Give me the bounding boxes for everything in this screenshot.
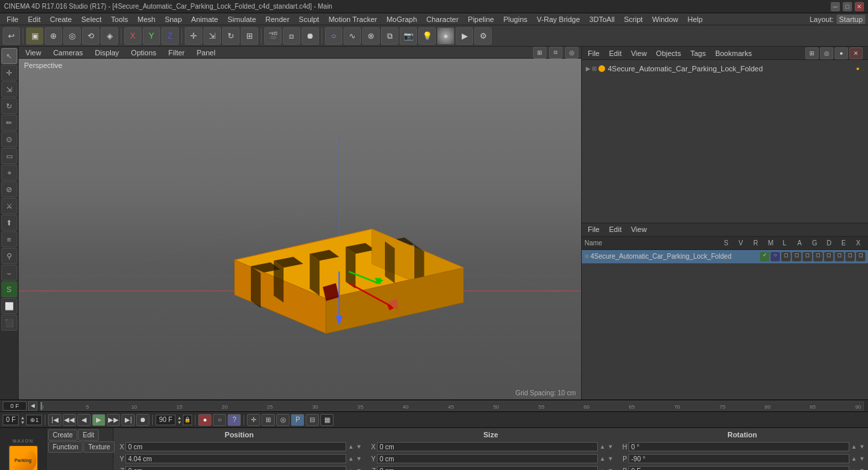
rotation-h-up[interactable]: ▲ <box>851 443 857 450</box>
viewport-view-menu[interactable]: View <box>21 48 45 57</box>
size-z-input[interactable] <box>377 466 598 470</box>
menu-3dtoall[interactable]: 3DToAll <box>585 15 618 24</box>
material-preview[interactable]: Parking <box>8 445 39 470</box>
minimize-button[interactable]: ─ <box>831 2 840 11</box>
menu-animate[interactable]: Animate <box>187 15 222 24</box>
size-x-input[interactable] <box>377 442 598 451</box>
rotate-tool-button[interactable]: ↻ <box>222 27 240 45</box>
bottom-view-menu[interactable]: View <box>628 225 650 234</box>
record-button[interactable]: ⏺ <box>136 414 149 426</box>
menu-simulate[interactable]: Simulate <box>224 15 260 24</box>
menu-pipeline[interactable]: Pipeline <box>464 15 498 24</box>
right-file-menu[interactable]: File <box>584 49 603 58</box>
menu-tools[interactable]: Tools <box>107 15 132 24</box>
viewport-icon-1[interactable]: ⊞ <box>533 47 546 59</box>
prop-icon-10[interactable]: ◻ <box>856 252 865 261</box>
left-rotate-tool[interactable]: ↻ <box>1 98 17 114</box>
viewport-panel-menu[interactable]: Panel <box>193 48 220 57</box>
sphere-primitive[interactable]: ○ <box>325 27 342 45</box>
menu-help[interactable]: Help <box>684 15 707 24</box>
right-edit-menu[interactable]: Edit <box>606 49 625 58</box>
viewport-icon-2[interactable]: ⧈ <box>549 47 562 59</box>
size-z-down[interactable]: ▼ <box>607 467 614 470</box>
size-x-down[interactable]: ▼ <box>607 443 614 450</box>
object-row[interactable]: ⊞ 4Secure_Automatic_Car_Parking_Lock_Fol… <box>582 250 868 263</box>
play-button[interactable]: ▶ <box>92 414 105 426</box>
size-x-up[interactable]: ▲ <box>599 443 606 450</box>
prev-frame-button[interactable]: ◀◀ <box>63 414 76 426</box>
light-button[interactable]: 💡 <box>418 27 436 45</box>
rotation-p-down[interactable]: ▼ <box>859 455 865 462</box>
size-y-input[interactable] <box>377 454 598 463</box>
end-frame-up[interactable]: ▲ <box>177 415 181 420</box>
left-bridge-tool[interactable]: ≡ <box>1 231 17 247</box>
left-magnet-tool[interactable]: ⚲ <box>1 248 17 264</box>
mesh-edit-button[interactable]: ⊕ <box>45 27 62 45</box>
film-button[interactable]: 🎬 <box>264 27 282 45</box>
tab-create[interactable]: Create <box>48 429 77 441</box>
left-rect-select[interactable]: ▭ <box>1 148 17 164</box>
undo-button[interactable]: ↩ <box>3 27 20 45</box>
prop-icon-5[interactable]: ◻ <box>803 252 812 261</box>
left-loop-cut[interactable]: ⊘ <box>1 181 17 197</box>
select-all-button[interactable]: ⊞ <box>241 27 258 45</box>
left-lasso-select[interactable]: ⌖ <box>1 165 17 181</box>
left-poly-pen[interactable]: ✏ <box>1 115 17 131</box>
menu-plugins[interactable]: Plugins <box>499 15 531 24</box>
menu-vray[interactable]: V-Ray Bridge <box>533 15 584 24</box>
close-button[interactable]: ✕ <box>855 2 864 11</box>
timeline-ruler[interactable]: 0 5 10 15 20 25 30 35 40 45 50 <box>40 401 864 411</box>
menu-window[interactable]: Window <box>648 15 682 24</box>
menu-render[interactable]: Render <box>262 15 294 24</box>
prev-keyframe-button[interactable]: ◀ <box>28 401 37 411</box>
help-button[interactable]: ? <box>228 414 241 426</box>
go-end-button[interactable]: ▶| <box>121 414 135 426</box>
menu-create[interactable]: Create <box>46 15 76 24</box>
menu-mograph[interactable]: MoGraph <box>382 15 421 24</box>
end-frame-lock[interactable]: 🔒 <box>183 415 192 425</box>
viewport-filter-menu[interactable]: Filter <box>164 48 188 57</box>
position-x-input[interactable] <box>125 442 346 451</box>
right-objects-menu[interactable]: Objects <box>653 49 684 58</box>
end-frame-down[interactable]: ▼ <box>177 420 181 425</box>
prop-icon-8[interactable]: ◻ <box>835 252 844 261</box>
scale-tool-button[interactable]: ⇲ <box>203 27 221 45</box>
right-view-menu[interactable]: View <box>628 49 650 58</box>
ik-button[interactable]: ⊞ <box>262 414 275 426</box>
paint-mode-button[interactable]: ◎ <box>63 27 81 45</box>
menu-select[interactable]: Select <box>77 15 106 24</box>
render-quick-button[interactable]: ▦ <box>320 414 334 426</box>
rotation-h-down[interactable]: ▼ <box>859 443 865 450</box>
tab-function[interactable]: Function <box>48 441 83 453</box>
menu-character[interactable]: Character <box>422 15 462 24</box>
bottom-edit-menu[interactable]: Edit <box>606 225 625 234</box>
rotation-b-up[interactable]: ▲ <box>851 467 857 470</box>
position-y-up[interactable]: ▲ <box>348 455 354 462</box>
material-button[interactable]: ● <box>437 27 454 45</box>
position-z-input[interactable] <box>125 466 346 470</box>
right-toolbar-icon-3[interactable]: ● <box>835 47 848 59</box>
go-start-button[interactable]: |◀ <box>48 414 61 426</box>
menu-script[interactable]: Script <box>620 15 646 24</box>
tab-texture[interactable]: Texture <box>83 441 115 453</box>
viewport-cameras-menu[interactable]: Cameras <box>49 48 87 57</box>
menu-edit[interactable]: Edit <box>24 15 45 24</box>
size-y-up[interactable]: ▲ <box>599 455 606 462</box>
render-button[interactable]: ▶ <box>456 27 473 45</box>
left-knife-tool[interactable]: ⚔ <box>1 198 17 214</box>
prop-icon-7[interactable]: ◻ <box>824 252 833 261</box>
render-settings-button[interactable]: ⚙ <box>474 27 492 45</box>
size-y-down[interactable]: ▼ <box>607 455 614 462</box>
left-live-select[interactable]: ⊙ <box>1 131 17 147</box>
maximize-button[interactable]: □ <box>843 2 852 11</box>
spline-button[interactable]: ∿ <box>344 27 361 45</box>
position-x-up[interactable]: ▲ <box>348 443 354 450</box>
layout-selector[interactable]: Layout: Startup <box>809 15 865 24</box>
parking-button[interactable]: P <box>291 414 304 426</box>
left-move-tool[interactable]: ✛ <box>1 65 17 81</box>
x-axis-button[interactable]: X <box>124 27 141 45</box>
keyframe-button[interactable]: ⧈ <box>283 27 300 45</box>
left-uvw-tool[interactable]: ⬜ <box>1 298 17 314</box>
left-extrude-tool[interactable]: ⬆ <box>1 215 17 231</box>
right-tags-menu[interactable]: Tags <box>687 49 709 58</box>
